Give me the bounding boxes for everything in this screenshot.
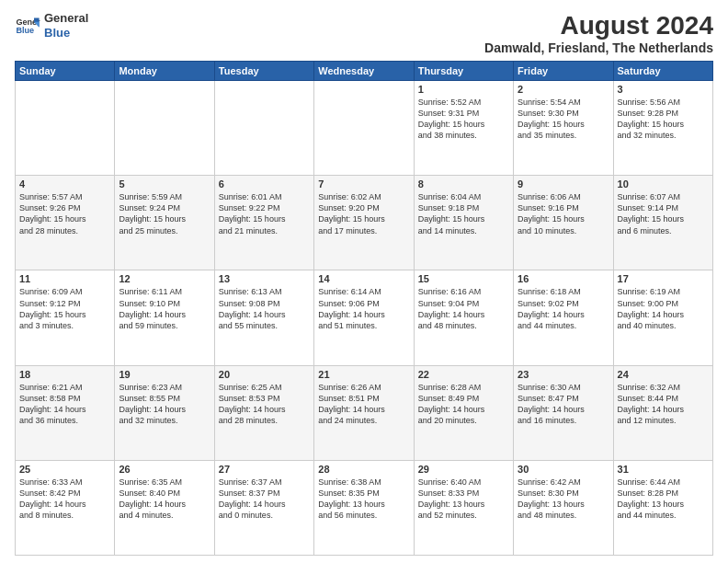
day-cell: 2Sunrise: 5:54 AM Sunset: 9:30 PM Daylig… [514, 81, 613, 176]
day-number: 16 [518, 273, 609, 284]
day-cell: 17Sunrise: 6:19 AM Sunset: 9:00 PM Dayli… [613, 270, 712, 365]
svg-text:Blue: Blue [16, 26, 34, 35]
week-row-2: 11Sunrise: 6:09 AM Sunset: 9:12 PM Dayli… [16, 270, 713, 365]
day-info: Sunrise: 6:13 AM Sunset: 9:08 PM Dayligh… [219, 286, 310, 331]
day-cell [16, 81, 115, 176]
day-cell: 1Sunrise: 5:52 AM Sunset: 9:31 PM Daylig… [414, 81, 513, 176]
day-number: 14 [318, 273, 409, 284]
logo: General Blue General Blue [15, 11, 88, 40]
day-info: Sunrise: 6:32 AM Sunset: 8:44 PM Dayligh… [618, 382, 709, 427]
day-number: 24 [618, 369, 709, 380]
day-number: 28 [318, 464, 409, 475]
day-number: 12 [119, 273, 210, 284]
day-info: Sunrise: 6:04 AM Sunset: 9:18 PM Dayligh… [418, 191, 509, 236]
day-cell: 6Sunrise: 6:01 AM Sunset: 9:22 PM Daylig… [214, 176, 313, 270]
day-cell [115, 81, 214, 176]
day-info: Sunrise: 6:40 AM Sunset: 8:33 PM Dayligh… [418, 477, 509, 522]
day-number: 9 [518, 178, 609, 190]
day-cell: 5Sunrise: 5:59 AM Sunset: 9:24 PM Daylig… [115, 176, 214, 270]
day-info: Sunrise: 6:02 AM Sunset: 9:20 PM Dayligh… [318, 191, 409, 236]
day-cell: 13Sunrise: 6:13 AM Sunset: 9:08 PM Dayli… [214, 270, 313, 365]
day-number: 5 [119, 178, 210, 190]
day-cell: 11Sunrise: 6:09 AM Sunset: 9:12 PM Dayli… [16, 270, 115, 365]
main-title: August 2024 [484, 11, 713, 40]
day-cell: 9Sunrise: 6:06 AM Sunset: 9:16 PM Daylig… [514, 176, 613, 270]
day-cell: 10Sunrise: 6:07 AM Sunset: 9:14 PM Dayli… [613, 176, 712, 270]
day-number: 7 [318, 178, 409, 190]
day-number: 19 [119, 369, 210, 380]
calendar-body: 1Sunrise: 5:52 AM Sunset: 9:31 PM Daylig… [16, 81, 713, 556]
day-cell [214, 81, 313, 176]
day-info: Sunrise: 6:18 AM Sunset: 9:02 PM Dayligh… [518, 286, 609, 331]
day-cell: 24Sunrise: 6:32 AM Sunset: 8:44 PM Dayli… [613, 365, 712, 460]
day-cell: 16Sunrise: 6:18 AM Sunset: 9:02 PM Dayli… [514, 270, 613, 365]
day-info: Sunrise: 5:52 AM Sunset: 9:31 PM Dayligh… [418, 97, 509, 142]
day-cell: 12Sunrise: 6:11 AM Sunset: 9:10 PM Dayli… [115, 270, 214, 365]
day-cell: 23Sunrise: 6:30 AM Sunset: 8:47 PM Dayli… [514, 365, 613, 460]
day-number: 29 [418, 464, 509, 475]
day-cell: 15Sunrise: 6:16 AM Sunset: 9:04 PM Dayli… [414, 270, 513, 365]
calendar-header: SundayMondayTuesdayWednesdayThursdayFrid… [16, 62, 713, 81]
week-row-3: 18Sunrise: 6:21 AM Sunset: 8:58 PM Dayli… [16, 365, 713, 460]
day-info: Sunrise: 6:14 AM Sunset: 9:06 PM Dayligh… [318, 286, 409, 331]
day-info: Sunrise: 5:54 AM Sunset: 9:30 PM Dayligh… [518, 97, 609, 142]
day-number: 8 [418, 178, 509, 190]
day-info: Sunrise: 6:25 AM Sunset: 8:53 PM Dayligh… [219, 382, 310, 427]
header: General Blue General Blue August 2024 Da… [15, 11, 713, 55]
day-number: 4 [19, 178, 110, 190]
day-info: Sunrise: 6:28 AM Sunset: 8:49 PM Dayligh… [418, 382, 509, 427]
day-number: 20 [219, 369, 310, 380]
day-cell: 7Sunrise: 6:02 AM Sunset: 9:20 PM Daylig… [314, 176, 414, 270]
week-row-1: 4Sunrise: 5:57 AM Sunset: 9:26 PM Daylig… [16, 176, 713, 270]
day-info: Sunrise: 6:19 AM Sunset: 9:00 PM Dayligh… [618, 286, 709, 331]
day-number: 30 [518, 464, 609, 475]
day-cell: 26Sunrise: 6:35 AM Sunset: 8:40 PM Dayli… [115, 460, 214, 555]
day-cell: 14Sunrise: 6:14 AM Sunset: 9:06 PM Dayli… [314, 270, 414, 365]
logo-line2: Blue [44, 26, 88, 40]
week-row-0: 1Sunrise: 5:52 AM Sunset: 9:31 PM Daylig… [16, 81, 713, 176]
day-number: 6 [219, 178, 310, 190]
header-row: SundayMondayTuesdayWednesdayThursdayFrid… [16, 62, 713, 81]
day-number: 2 [518, 84, 609, 95]
logo-line1: General [44, 11, 88, 26]
day-info: Sunrise: 6:38 AM Sunset: 8:35 PM Dayligh… [318, 477, 409, 522]
header-cell-tuesday: Tuesday [214, 62, 313, 81]
day-info: Sunrise: 6:44 AM Sunset: 8:28 PM Dayligh… [618, 477, 709, 522]
day-info: Sunrise: 6:42 AM Sunset: 8:30 PM Dayligh… [518, 477, 609, 522]
day-number: 10 [618, 178, 709, 190]
page: General Blue General Blue August 2024 Da… [0, 0, 728, 563]
logo-icon: General Blue [15, 13, 40, 39]
day-info: Sunrise: 5:57 AM Sunset: 9:26 PM Dayligh… [19, 191, 110, 236]
day-number: 27 [219, 464, 310, 475]
day-cell: 28Sunrise: 6:38 AM Sunset: 8:35 PM Dayli… [314, 460, 414, 555]
day-cell [314, 81, 414, 176]
day-cell: 29Sunrise: 6:40 AM Sunset: 8:33 PM Dayli… [414, 460, 513, 555]
day-info: Sunrise: 6:21 AM Sunset: 8:58 PM Dayligh… [19, 382, 110, 427]
day-cell: 27Sunrise: 6:37 AM Sunset: 8:37 PM Dayli… [214, 460, 313, 555]
day-info: Sunrise: 6:35 AM Sunset: 8:40 PM Dayligh… [119, 477, 210, 522]
day-cell: 4Sunrise: 5:57 AM Sunset: 9:26 PM Daylig… [16, 176, 115, 270]
day-number: 3 [618, 84, 709, 95]
day-info: Sunrise: 6:11 AM Sunset: 9:10 PM Dayligh… [119, 286, 210, 331]
day-info: Sunrise: 6:06 AM Sunset: 9:16 PM Dayligh… [518, 191, 609, 236]
day-info: Sunrise: 5:56 AM Sunset: 9:28 PM Dayligh… [618, 97, 709, 142]
day-info: Sunrise: 6:07 AM Sunset: 9:14 PM Dayligh… [618, 191, 709, 236]
day-info: Sunrise: 6:09 AM Sunset: 9:12 PM Dayligh… [19, 286, 110, 331]
day-number: 25 [19, 464, 110, 475]
day-number: 21 [318, 369, 409, 380]
day-info: Sunrise: 6:01 AM Sunset: 9:22 PM Dayligh… [219, 191, 310, 236]
day-cell: 21Sunrise: 6:26 AM Sunset: 8:51 PM Dayli… [314, 365, 414, 460]
header-cell-saturday: Saturday [613, 62, 712, 81]
day-number: 11 [19, 273, 110, 284]
logo-text: General Blue [44, 11, 88, 40]
header-cell-monday: Monday [115, 62, 214, 81]
day-info: Sunrise: 5:59 AM Sunset: 9:24 PM Dayligh… [119, 191, 210, 236]
title-block: August 2024 Damwald, Friesland, The Neth… [484, 11, 713, 55]
day-cell: 19Sunrise: 6:23 AM Sunset: 8:55 PM Dayli… [115, 365, 214, 460]
day-cell: 22Sunrise: 6:28 AM Sunset: 8:49 PM Dayli… [414, 365, 513, 460]
subtitle: Damwald, Friesland, The Netherlands [484, 40, 713, 55]
day-number: 23 [518, 369, 609, 380]
day-number: 31 [618, 464, 709, 475]
day-number: 18 [19, 369, 110, 380]
day-number: 15 [418, 273, 509, 284]
